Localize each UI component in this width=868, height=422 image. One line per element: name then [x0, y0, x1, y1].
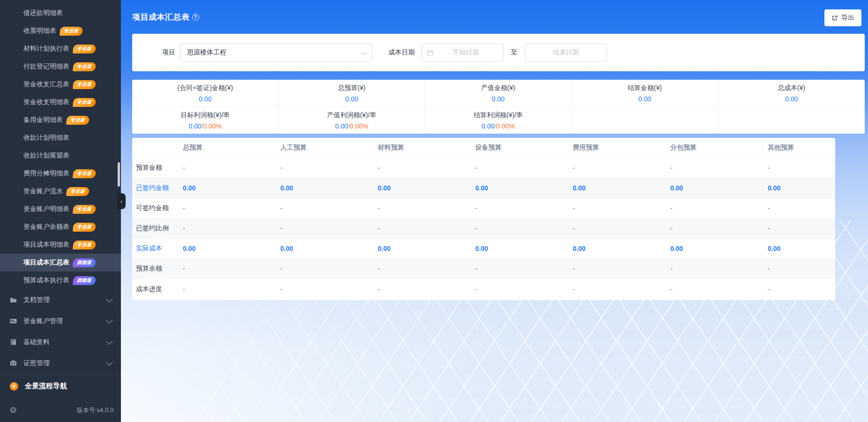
- sidebar-group-book[interactable]: 基础资料: [0, 332, 121, 353]
- date-range-separator: 至: [511, 48, 517, 57]
- project-select[interactable]: 思源楼体工程: [180, 44, 372, 61]
- cell-value-link[interactable]: 0.00: [277, 245, 374, 252]
- cell-value-link[interactable]: 0.00: [374, 184, 471, 192]
- profit-amount: 0.00: [188, 122, 201, 130]
- sidebar-item[interactable]: 项目成本明细表专业版: [0, 236, 121, 254]
- sidebar-item[interactable]: 付款登记明细表专业版: [0, 58, 121, 75]
- sidebar-item-selected[interactable]: 项目成本汇总表旗舰版: [0, 254, 121, 271]
- cell-value: -: [179, 286, 277, 293]
- empty-stat-card: [572, 107, 718, 134]
- flagship-badge: 旗舰版: [73, 276, 96, 285]
- cell-value-link[interactable]: 0.00: [569, 184, 666, 192]
- cell-value: -: [179, 225, 277, 232]
- export-button[interactable]: 导出: [824, 9, 861, 26]
- sidebar-item[interactable]: 资金收支明细表专业版: [0, 93, 121, 111]
- cell-value: -: [569, 225, 666, 232]
- stat-label: 产值金额(¥): [481, 84, 515, 92]
- stat-value: 0.00: [492, 95, 504, 103]
- cell-value: -: [666, 225, 764, 232]
- cell-value-link[interactable]: 0.00: [666, 245, 764, 252]
- chevron-down-icon: [106, 316, 112, 323]
- table-row: 可签约金额-------: [132, 198, 835, 219]
- profit-amount: 0.00: [482, 122, 494, 130]
- pro-badge: 专业版: [66, 116, 89, 125]
- sidebar-item[interactable]: 收票明细表专业版: [0, 22, 121, 40]
- cell-value: -: [277, 265, 374, 272]
- cell-value-link[interactable]: 0.00: [569, 245, 666, 252]
- table-column-header: 分包预算: [666, 143, 764, 152]
- cell-value-link[interactable]: 0.00: [764, 245, 835, 252]
- cell-value: -: [666, 265, 764, 272]
- sidebar-item[interactable]: 预算成本执行表旗舰版: [0, 271, 121, 289]
- sidebar-group-folder[interactable]: 文档管理: [0, 289, 121, 310]
- sidebar-item[interactable]: 资金账户余额表专业版: [0, 218, 121, 236]
- sidebar-group-certificate[interactable]: 证照管理: [0, 353, 121, 374]
- sidebar-item[interactable]: 收款计划明细表: [0, 129, 121, 147]
- cell-value: -: [471, 225, 569, 232]
- cell-value: -: [569, 286, 666, 293]
- sidebar-item-label: 资金账户流水: [23, 187, 63, 196]
- filter-card: 项目 思源楼体工程 成本日期 开始日期 至 结束日期: [132, 34, 865, 71]
- content-header: 项目成本汇总表 ? 导出: [121, 0, 868, 34]
- cell-value: -: [277, 225, 374, 232]
- calendar-icon: [427, 49, 434, 56]
- cell-value: -: [374, 164, 471, 172]
- cell-value: -: [277, 286, 374, 293]
- card-icon: [9, 317, 17, 325]
- cell-value-link[interactable]: 0.00: [471, 245, 569, 252]
- stat-value: 0.00: [199, 95, 211, 103]
- start-date-input[interactable]: 开始日期: [421, 44, 503, 61]
- sidebar-item[interactable]: 备用金明细表专业版: [0, 111, 121, 129]
- stat-card: 结算金额(¥)0.00: [572, 80, 718, 106]
- row-label-link[interactable]: 已签约金额: [132, 184, 179, 192]
- sidebar-group-card[interactable]: 资金账户管理: [0, 310, 121, 332]
- gear-icon[interactable]: ⚙: [9, 406, 17, 414]
- sidebar-scrollbar-thumb[interactable]: [118, 162, 120, 187]
- cell-value: -: [666, 204, 764, 212]
- pro-badge: 专业版: [73, 223, 96, 232]
- stat-label: 总预算(¥): [338, 84, 366, 92]
- sidebar-group-list: 文档管理资金账户管理基础资料证照管理: [0, 289, 121, 374]
- cell-value-link[interactable]: 0.00: [374, 245, 471, 252]
- table-column-header: 费用预算: [569, 143, 666, 152]
- cell-value-link[interactable]: 0.00: [179, 184, 277, 192]
- pro-badge: 专业版: [60, 27, 82, 36]
- cell-value: -: [666, 286, 764, 293]
- pro-badge: 专业版: [73, 169, 96, 178]
- cell-value: -: [277, 204, 374, 212]
- row-label-link[interactable]: 实际成本: [132, 244, 179, 253]
- cell-value-link[interactable]: 0.00: [277, 184, 374, 192]
- cell-value: -: [666, 164, 764, 172]
- book-icon: [9, 338, 17, 346]
- stat-label: 目标利润额(¥)/率: [180, 111, 230, 120]
- cell-value: -: [764, 265, 835, 272]
- flagship-badge: 旗舰版: [73, 258, 96, 267]
- cell-value: -: [569, 204, 666, 212]
- stat-label: 结算利润额(¥)/率: [473, 111, 523, 120]
- pro-badge: 专业版: [73, 62, 96, 71]
- empty-stat-card: [718, 107, 865, 134]
- help-icon[interactable]: ?: [192, 14, 199, 21]
- sidebar-item[interactable]: 借还款明细表: [0, 4, 121, 22]
- sidebar-item[interactable]: 资金账户流水专业版: [0, 182, 121, 200]
- table-column-header: 总预算: [179, 143, 277, 152]
- cell-value: -: [374, 286, 471, 293]
- pro-badge: 专业版: [73, 80, 96, 89]
- cell-value-link[interactable]: 0.00: [471, 184, 569, 192]
- sidebar-collapse-button[interactable]: ‹: [117, 193, 126, 209]
- sidebar-item-label: 资金收支明细表: [23, 98, 69, 106]
- sidebar-item[interactable]: 收款计划展望表: [0, 147, 121, 165]
- cell-value-link[interactable]: 0.00: [764, 184, 835, 192]
- cell-value-link[interactable]: 0.00: [666, 184, 764, 192]
- table-row: 成本进度-------: [132, 279, 835, 299]
- cell-value: -: [374, 265, 471, 272]
- cell-value-link[interactable]: 0.00: [179, 245, 277, 252]
- sidebar-item[interactable]: 材料计划执行表专业版: [0, 40, 121, 58]
- sidebar-item[interactable]: 资金账户明细表专业版: [0, 200, 121, 218]
- sidebar-item[interactable]: 资金收支汇总表专业版: [0, 75, 121, 93]
- end-date-input[interactable]: 结束日期: [525, 44, 607, 61]
- stat-label: 总成本(¥): [778, 84, 805, 92]
- sidebar-item[interactable]: 费用分摊明细表专业版: [0, 165, 121, 182]
- sidebar-item-panorama-navigation[interactable]: 全景流程导航: [0, 375, 121, 397]
- cell-value: -: [764, 204, 835, 212]
